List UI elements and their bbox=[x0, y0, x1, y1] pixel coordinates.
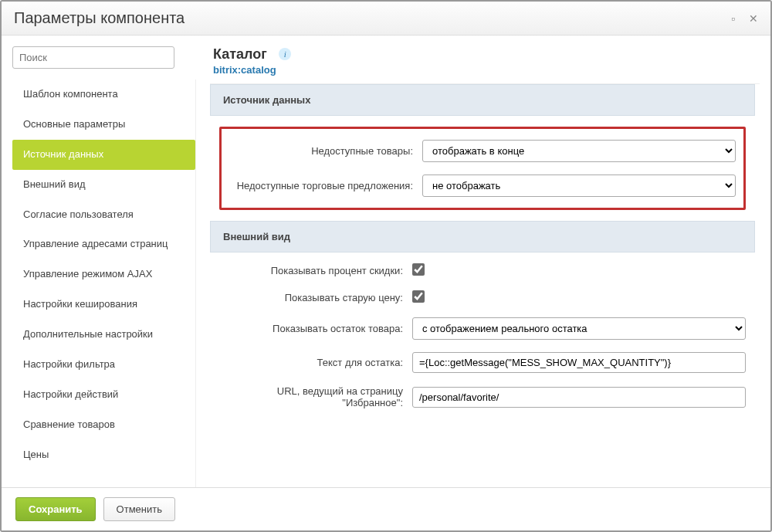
label-favorite-url: URL, ведущий на страницу "Избранное": bbox=[219, 385, 412, 408]
maximize-icon[interactable]: ▫ bbox=[731, 12, 735, 25]
section-head-data-source: Источник данных bbox=[210, 84, 755, 116]
select-show-stock[interactable]: с отображением реального остатка bbox=[412, 317, 746, 340]
checkbox-discount-percent[interactable] bbox=[412, 263, 425, 276]
highlight-box: Недоступные товары: отображать в конце Н… bbox=[219, 127, 746, 210]
row-favorite-url: URL, ведущий на страницу "Избранное": bbox=[219, 385, 746, 408]
label-unavailable-products: Недоступные товары: bbox=[229, 145, 422, 157]
row-unavailable-offers: Недоступные торговые предложения: не ото… bbox=[229, 175, 736, 197]
sidebar-item-11[interactable]: Сравнение товаров bbox=[12, 410, 195, 440]
control-discount-percent bbox=[412, 263, 746, 278]
sidebar-item-12[interactable]: Цены bbox=[12, 440, 195, 470]
row-show-stock: Показывать остаток товара: с отображение… bbox=[219, 317, 746, 340]
select-unavailable-products[interactable]: отображать в конце bbox=[422, 140, 736, 162]
sidebar-item-7[interactable]: Настройки кеширования bbox=[12, 290, 195, 320]
sidebar-item-4[interactable]: Согласие пользователя bbox=[12, 200, 195, 230]
dialog-title: Параметры компонента bbox=[14, 9, 185, 27]
checkbox-old-price[interactable] bbox=[412, 290, 425, 303]
info-icon[interactable]: i bbox=[279, 48, 291, 60]
section-head-appearance: Внешний вид bbox=[210, 221, 755, 252]
save-button[interactable]: Сохранить bbox=[15, 497, 96, 521]
label-old-price: Показывать старую цену: bbox=[219, 292, 412, 303]
sidebar-item-10[interactable]: Настройки действий bbox=[12, 380, 195, 410]
control-unavailable-offers: не отображать bbox=[422, 175, 736, 197]
label-stock-text: Текст для остатка: bbox=[219, 357, 412, 368]
search-wrap bbox=[12, 46, 196, 69]
dialog-body: Шаблон компонентаОсновные параметрыИсточ… bbox=[2, 36, 770, 487]
row-old-price: Показывать старую цену: bbox=[219, 290, 746, 305]
control-favorite-url bbox=[412, 387, 746, 408]
cancel-button[interactable]: Отменить bbox=[103, 497, 175, 521]
sidebar-item-8[interactable]: Дополнительные настройки bbox=[12, 320, 195, 350]
sidebar-item-1[interactable]: Основные параметры bbox=[12, 110, 195, 140]
main-panel: Каталог i bitrix:catalog Источник данных… bbox=[210, 46, 760, 487]
row-unavailable-products: Недоступные товары: отображать в конце bbox=[229, 140, 736, 162]
main-header: Каталог i bitrix:catalog bbox=[210, 46, 760, 83]
sidebar-list-wrap: Шаблон компонентаОсновные параметрыИсточ… bbox=[12, 80, 196, 487]
close-icon[interactable]: ✕ bbox=[749, 12, 758, 25]
main-content-wrap: Источник данных Недоступные товары: отоб… bbox=[210, 83, 760, 487]
control-stock-text bbox=[412, 352, 746, 373]
input-favorite-url[interactable] bbox=[412, 387, 746, 408]
titlebar: Параметры компонента ▫ ✕ bbox=[2, 2, 770, 36]
titlebar-controls: ▫ ✕ bbox=[731, 12, 758, 25]
search-input[interactable] bbox=[12, 46, 174, 69]
row-stock-text: Текст для остатка: bbox=[219, 352, 746, 373]
select-unavailable-offers[interactable]: не отображать bbox=[422, 175, 736, 197]
label-discount-percent: Показывать процент скидки: bbox=[219, 265, 412, 276]
sidebar: Шаблон компонентаОсновные параметрыИсточ… bbox=[12, 46, 196, 487]
label-show-stock: Показывать остаток товара: bbox=[219, 323, 412, 334]
buttonbar: Сохранить Отменить bbox=[2, 487, 770, 530]
sidebar-item-2[interactable]: Источник данных bbox=[12, 140, 195, 170]
sidebar-item-3[interactable]: Внешний вид bbox=[12, 170, 195, 200]
sidebar-item-9[interactable]: Настройки фильтра bbox=[12, 350, 195, 380]
input-stock-text[interactable] bbox=[412, 352, 746, 373]
component-name: bitrix:catalog bbox=[213, 64, 760, 76]
row-discount-percent: Показывать процент скидки: bbox=[219, 263, 746, 278]
control-show-stock: с отображением реального остатка bbox=[412, 317, 746, 340]
main-content[interactable]: Источник данных Недоступные товары: отоб… bbox=[210, 84, 760, 487]
sidebar-item-6[interactable]: Управление режимом AJAX bbox=[12, 259, 195, 290]
section-body-data-source: Недоступные товары: отображать в конце Н… bbox=[210, 116, 755, 221]
component-params-dialog: Параметры компонента ▫ ✕ Шаблон компонен… bbox=[0, 0, 772, 532]
sidebar-item-5[interactable]: Управление адресами страниц bbox=[12, 229, 195, 259]
control-unavailable-products: отображать в конце bbox=[422, 140, 736, 162]
sidebar-item-0[interactable]: Шаблон компонента bbox=[12, 80, 195, 110]
label-unavailable-offers: Недоступные торговые предложения: bbox=[229, 180, 422, 191]
section-body-appearance: Показывать процент скидки: Показывать ст… bbox=[210, 252, 755, 419]
control-old-price bbox=[412, 290, 746, 305]
component-title: Каталог bbox=[213, 46, 267, 63]
sidebar-list[interactable]: Шаблон компонентаОсновные параметрыИсточ… bbox=[12, 80, 196, 487]
